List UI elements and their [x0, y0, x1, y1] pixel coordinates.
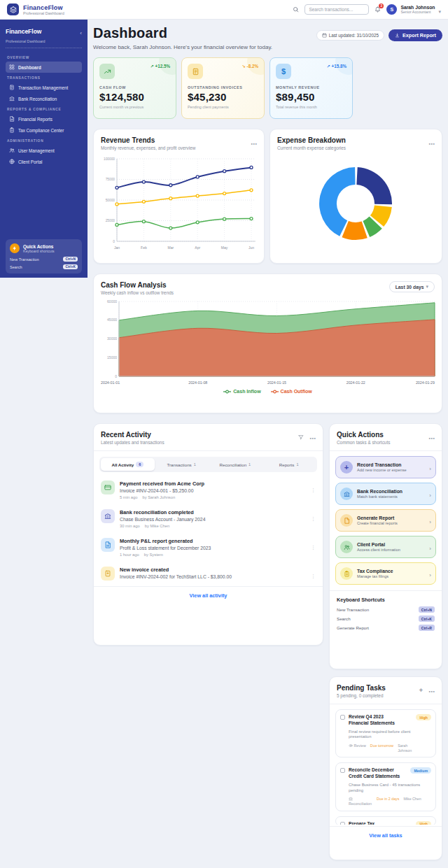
activity-item[interactable]: Monthly P&L report generated Profit & Lo…	[101, 532, 316, 561]
more-icon[interactable]	[309, 431, 316, 443]
activity-item[interactable]: Payment received from Acme Corp Invoice …	[101, 475, 316, 504]
date-range-dropdown[interactable]: Last 30 days	[389, 281, 435, 292]
sidebar-item-tax-compliance[interactable]: Tax Compliance Center	[6, 124, 82, 136]
task-title: Prepare Tax	[349, 821, 403, 825]
notifications-button[interactable]: 3	[374, 6, 381, 13]
task-checkbox[interactable]	[340, 768, 345, 773]
view-all-tasks-link[interactable]: View all tasks	[330, 826, 442, 844]
sidebar-section-transactions: TRANSACTIONS	[7, 76, 80, 80]
action-subtitle: Create financial reports	[357, 521, 398, 525]
activity-time: 1 hour ago	[120, 553, 139, 557]
card-subtitle: 5 pending, 0 completed	[337, 693, 386, 698]
task-title: Reconcile December Credit Card Statement…	[349, 767, 403, 780]
stat-card-monthly-revenue[interactable]: $ +15.8% MONTHLY REVENUE $89,450 Total r…	[270, 57, 353, 119]
kebab-menu-icon[interactable]	[311, 539, 316, 552]
sidebar-item-label: Client Portal	[18, 159, 42, 164]
shortcut-row[interactable]: Search Ctrl+K	[10, 264, 78, 269]
svg-text:May: May	[221, 246, 228, 250]
task-item[interactable]: Prepare Tax High	[335, 816, 436, 825]
task-checkbox[interactable]	[340, 715, 345, 720]
action-title: Record Transaction	[357, 462, 407, 467]
trend-up-icon	[99, 64, 115, 79]
action-title: Bank Reconciliation	[357, 489, 402, 494]
chevron-down-icon	[426, 284, 428, 290]
kebab-menu-icon[interactable]	[311, 511, 316, 523]
shortcut-keys: Ctrl+R	[419, 625, 435, 631]
view-all-activity-link[interactable]: View all activity	[94, 586, 323, 604]
task-item[interactable]: Reconcile December Credit Card Statement…	[335, 762, 436, 811]
shortcut-row: Generate Report Ctrl+R	[337, 625, 435, 631]
svg-text:50000: 50000	[106, 199, 115, 202]
bank-icon	[9, 96, 15, 101]
export-report-button[interactable]: Export Report	[388, 29, 442, 41]
sidebar-item-client-portal[interactable]: Client Portal	[6, 156, 82, 167]
action-generate-report[interactable]: Generate Report Create financial reports	[335, 509, 436, 532]
action-title: Generate Report	[357, 515, 398, 520]
activity-title: New invoice created	[120, 567, 232, 573]
card-title: Pending Tasks	[337, 684, 386, 692]
sidebar-item-transaction-management[interactable]: Transaction Management	[6, 82, 82, 93]
priority-badge: High	[416, 821, 431, 825]
task-checkbox[interactable]	[340, 822, 345, 825]
stat-card-outstanding-invoices[interactable]: -8.2% OUTSTANDING INVOICES $45,230 Pendi…	[181, 57, 265, 119]
shortcut-label: New Transaction	[337, 607, 369, 612]
action-client-portal[interactable]: Client Portal Access client information	[335, 536, 436, 558]
bank-icon	[340, 488, 353, 500]
tab-reports[interactable]: Reports 1	[262, 458, 316, 471]
stat-card-cash-flow[interactable]: +12.5% CASH FLOW $124,580 Current month …	[93, 57, 176, 119]
users-icon	[340, 541, 353, 553]
expense-breakdown-chart	[270, 153, 442, 257]
more-icon[interactable]	[428, 684, 435, 697]
shortcut-row[interactable]: New Transaction Ctrl+N	[10, 257, 78, 262]
invoice-icon	[188, 64, 203, 79]
tab-label: All Activity	[111, 462, 134, 467]
tab-label: Transactions	[167, 462, 191, 467]
download-icon	[395, 33, 400, 38]
activity-item[interactable]: Bank reconciliation completed Chase Busi…	[101, 504, 316, 532]
sidebar-item-user-management[interactable]: User Management	[6, 145, 82, 156]
add-task-icon[interactable]: +	[419, 687, 423, 694]
sidebar-subtitle: Professional Dashboard	[6, 39, 82, 48]
tab-reconciliation[interactable]: Reconciliation 1	[209, 458, 262, 471]
arrow-down-icon	[242, 64, 247, 69]
search-input[interactable]	[304, 4, 369, 15]
tab-label: Reports	[279, 462, 295, 467]
sidebar-item-financial-reports[interactable]: Financial Reports	[6, 113, 82, 124]
svg-text:Mar: Mar	[167, 246, 174, 250]
action-tax-compliance[interactable]: Tax Compliance Manage tax filings	[335, 562, 436, 585]
svg-text:2024-01-08: 2024-01-08	[188, 380, 207, 385]
sidebar-item-dashboard[interactable]: Dashboard	[6, 62, 82, 73]
trend-value: -8.2%	[247, 64, 258, 69]
user-menu[interactable]: S Sarah Johnson Senior Accountant	[386, 3, 441, 16]
recent-activity-card: Recent Activity Latest updates and trans…	[93, 423, 323, 646]
task-tag: Reconciliation	[349, 797, 372, 806]
tab-all-activity[interactable]: All Activity 6	[101, 458, 155, 471]
layers-icon	[10, 6, 17, 13]
sidebar-collapse-icon[interactable]	[80, 25, 82, 38]
last-updated-text: Last updated: 31/10/2025	[329, 33, 379, 38]
action-bank-reconciliation[interactable]: Bank Reconciliation Match bank statement…	[335, 483, 436, 505]
stat-value: $45,230	[188, 91, 258, 103]
action-subtitle: Access client information	[357, 548, 400, 552]
more-icon[interactable]	[428, 431, 435, 443]
action-record-transaction[interactable]: + Record Transaction Add new income or e…	[335, 456, 436, 478]
activity-tabs: All Activity 6 Transactions 1 Reconcilia…	[99, 457, 317, 472]
more-icon[interactable]	[428, 136, 435, 149]
action-subtitle: Manage tax filings	[357, 574, 393, 578]
svg-text:25000: 25000	[106, 219, 115, 222]
lightning-icon	[10, 243, 20, 253]
shortcut-keys: Ctrl+K	[419, 616, 435, 622]
tab-transactions[interactable]: Transactions 1	[155, 458, 209, 471]
sidebar-item-label: Bank Reconciliation	[18, 97, 57, 101]
stat-note: Current month vs previous	[99, 105, 170, 109]
more-icon[interactable]	[251, 136, 257, 149]
clipboard-icon	[340, 567, 353, 580]
activity-item[interactable]: New invoice created Invoice #INV-2024-00…	[101, 561, 316, 585]
kebab-menu-icon[interactable]	[311, 568, 316, 581]
trend-value: +12.5%	[155, 64, 170, 69]
sidebar-item-bank-reconciliation[interactable]: Bank Reconciliation	[6, 93, 82, 104]
search-icon	[293, 6, 299, 13]
filter-icon[interactable]	[298, 434, 304, 440]
kebab-menu-icon[interactable]	[311, 482, 316, 495]
task-item[interactable]: Review Q4 2023 Financial Statements High…	[335, 709, 436, 757]
